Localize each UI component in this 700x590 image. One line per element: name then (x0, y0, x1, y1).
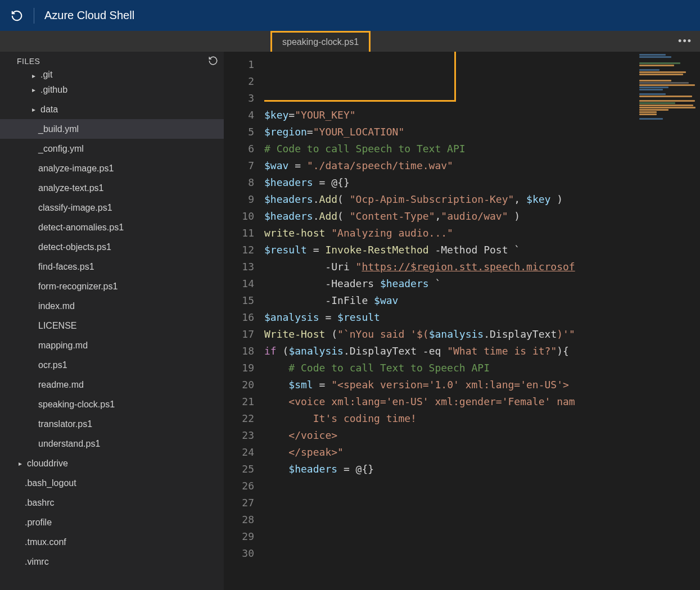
tree-item[interactable]: _build.yml (0, 119, 224, 139)
files-refresh-icon[interactable] (208, 56, 218, 67)
token-op: = (307, 244, 326, 256)
code-line[interactable]: $analysis = $result (264, 309, 637, 326)
tree-item-label: clouddrive (27, 459, 68, 469)
token-str: "What time is it?" (447, 345, 557, 357)
tree-item[interactable]: .tmux.conf (0, 532, 224, 552)
code-line[interactable]: -Uri "https://$region.stt.speech.microso… (264, 258, 637, 275)
token-str: "audio/wav" (441, 210, 508, 222)
tree-item-label: index.md (38, 301, 75, 311)
code-line[interactable]: Write-Host ("`nYou said '$($analysis.Dis… (264, 326, 637, 343)
code-line[interactable]: <voice xml:lang='en-US' xml:gender='Fema… (264, 393, 637, 410)
token-op: . (313, 193, 319, 205)
tree-item[interactable]: index.md (0, 296, 224, 316)
token-op: = (313, 176, 332, 188)
tree-item[interactable]: ▸clouddrive (0, 453, 224, 473)
tree-item[interactable]: translator.ps1 (0, 414, 224, 434)
token-str: "`nYou said '$( (337, 328, 429, 340)
refresh-icon[interactable] (10, 9, 24, 22)
line-number: 12 (224, 242, 264, 258)
token-str: "YOUR_LOCATION" (313, 126, 405, 138)
tree-item[interactable]: mapping.md (0, 335, 224, 355)
token-op: ) (508, 210, 521, 222)
line-number: 28 (224, 511, 264, 528)
tree-item[interactable]: .bash_logout (0, 473, 224, 493)
code-line[interactable]: $headers.Add( "Content-Type","audio/wav"… (264, 208, 637, 225)
code-line[interactable]: $headers.Add( "Ocp-Apim-Subscription-Key… (264, 191, 637, 208)
code-editor[interactable]: 1234567891011121314151617181920212223242… (224, 52, 700, 590)
tree-item[interactable]: understand.ps1 (0, 434, 224, 453)
code-line[interactable]: It's coding time! (264, 410, 637, 427)
tree-item[interactable]: detect-anomalies.ps1 (0, 217, 224, 237)
line-number: 9 (224, 191, 264, 208)
token-str: "<speak version='1.0' xml:lang='en-US'> (331, 379, 569, 391)
tree-item[interactable]: analyze-image.ps1 (0, 158, 224, 178)
tree-item-label: .vimrc (25, 557, 49, 567)
code-line[interactable]: $result = Invoke-RestMethod -Method Post… (264, 242, 637, 258)
code-line[interactable]: $headers = @{} (264, 174, 637, 191)
tree-item[interactable]: detect-objects.ps1 (0, 237, 224, 257)
tree-item[interactable]: form-recognizer.ps1 (0, 276, 224, 296)
tree-item[interactable]: _config.yml (0, 139, 224, 158)
token-cmt: # Code to call Speech to Text API (264, 143, 466, 155)
code-line[interactable]: # Code to call Speech to Text API (264, 140, 637, 157)
token-var: $analysis (288, 345, 344, 357)
code-line[interactable]: write-host "Analyzing audio..." (264, 225, 637, 242)
token-op: ( (337, 210, 350, 222)
line-number: 22 (224, 410, 264, 427)
token-var: $headers (264, 210, 313, 222)
token-op: , (514, 193, 526, 205)
tree-item[interactable]: .vimrc (0, 552, 224, 571)
token-str: "Ocp-Apim-Subscription-Key" (350, 193, 514, 205)
token-str: </speak>" (288, 446, 344, 458)
code-line[interactable]: if ($analysis.DisplayText -eq "What time… (264, 343, 637, 360)
token-txt (325, 227, 331, 239)
token-txt (264, 463, 288, 475)
token-var: $result (337, 311, 380, 323)
tree-item[interactable]: .profile (0, 512, 224, 532)
code-line[interactable]: -Headers $headers ` (264, 275, 637, 292)
token-op: ) (550, 193, 563, 205)
tree-item[interactable]: readme.md (0, 375, 224, 394)
token-txt: DisplayText (350, 345, 423, 357)
line-number: 16 (224, 309, 264, 326)
tree-item[interactable]: .bashrc (0, 493, 224, 512)
tree-item[interactable]: classify-image.ps1 (0, 198, 224, 217)
token-op: , (435, 210, 441, 222)
tree-item[interactable]: ocr.ps1 (0, 355, 224, 375)
line-number: 14 (224, 275, 264, 292)
tree-item[interactable]: find-faces.ps1 (0, 257, 224, 276)
token-url: https://$region.stt.speech.microsof (362, 261, 575, 273)
tree-item[interactable]: speaking-clock.ps1 (0, 394, 224, 414)
token-op: . (484, 328, 490, 340)
files-panel-header: FILES (0, 52, 224, 71)
token-fn: Add (319, 210, 338, 222)
line-number: 23 (224, 427, 264, 444)
token-op: = (313, 379, 332, 391)
token-op: -eq (423, 345, 441, 357)
code-line[interactable]: $key="YOUR_KEY" (264, 107, 637, 124)
tree-item[interactable]: ▸.git (0, 71, 224, 80)
code-line[interactable]: $headers = @{} (264, 461, 637, 478)
tree-item[interactable]: analyze-text.ps1 (0, 178, 224, 198)
code-line[interactable]: -InFile $wav (264, 292, 637, 309)
token-str: <voice xml:lang='en-US' xml:gender='Fema… (288, 396, 575, 407)
token-txt: ( (325, 328, 337, 340)
editor-tab[interactable]: speaking-clock.ps1 (270, 31, 371, 52)
files-panel-title: FILES (17, 57, 40, 66)
code-line[interactable]: </voice> (264, 427, 637, 444)
tree-item[interactable]: ▸data (0, 99, 224, 119)
code-line[interactable]: </speak>" (264, 444, 637, 461)
tree-item[interactable]: LICENSE (0, 316, 224, 335)
code-area[interactable]: $key="YOUR_KEY"$region="YOUR_LOCATION"# … (264, 52, 637, 590)
file-tree[interactable]: ▸.git▸.github▸data_build.yml_config.ymla… (0, 71, 224, 590)
code-line[interactable]: $wav = "./data/speech/time.wav" (264, 157, 637, 174)
code-line[interactable]: $region="YOUR_LOCATION" (264, 124, 637, 140)
code-line[interactable]: $sml = "<speak version='1.0' xml:lang='e… (264, 376, 637, 393)
more-icon[interactable]: ••• (678, 35, 692, 47)
app-header: Azure Cloud Shell (0, 0, 700, 31)
minimap[interactable] (637, 52, 700, 590)
tree-item[interactable]: ▸.github (0, 80, 224, 99)
code-line[interactable]: # Code to call Text to Speech API (264, 360, 637, 376)
tree-item-label: .git (40, 71, 52, 80)
chevron-right-icon: ▸ (17, 460, 24, 468)
